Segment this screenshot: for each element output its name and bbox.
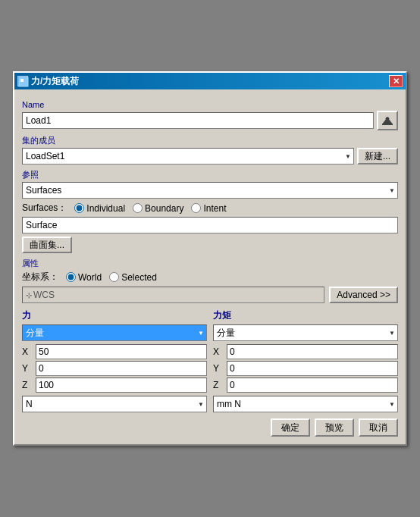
main-window: 力/力矩载荷 ✕ Name 集的成员 LoadSet1: [13, 71, 407, 446]
moment-y-label: Y: [213, 363, 227, 374]
svg-rect-1: [20, 79, 24, 82]
force-x-row: X: [22, 344, 207, 359]
ref-label: 参照: [22, 169, 398, 180]
moment-z-input[interactable]: [227, 378, 398, 393]
force-y-row: Y: [22, 361, 207, 376]
close-button[interactable]: ✕: [389, 75, 403, 87]
radio-boundary[interactable]: Boundary: [133, 203, 183, 214]
force-label: 力: [22, 309, 207, 322]
radio-world[interactable]: World: [66, 272, 102, 283]
ref-row: Surfaces: [22, 182, 398, 199]
wcs-value: WCS: [33, 290, 55, 300]
set-row: LoadSet1 新建...: [22, 148, 398, 164]
surface-radio-group: Surfaces： Individual Boundary Intent: [22, 202, 398, 215]
wcs-row: ⊹ WCS Advanced >>: [22, 287, 398, 303]
ref-type-dropdown[interactable]: Surfaces: [22, 182, 398, 199]
name-input[interactable]: [22, 112, 374, 129]
wcs-icon: ⊹: [26, 291, 32, 299]
surfaces-prefix: Surfaces：: [22, 202, 67, 215]
force-type-wrapper[interactable]: 分量: [22, 324, 207, 341]
window-icon: [17, 76, 28, 86]
force-x-input[interactable]: [36, 344, 207, 359]
force-moment-section: 力 分量 X Y Z: [22, 309, 398, 412]
moment-x-row: X: [213, 344, 398, 359]
name-row: [22, 111, 398, 130]
titlebar: 力/力矩载荷 ✕: [14, 73, 406, 89]
set-dropdown[interactable]: LoadSet1: [22, 148, 354, 164]
force-z-label: Z: [22, 380, 36, 390]
moment-label: 力矩: [213, 309, 398, 322]
force-y-input[interactable]: [36, 361, 207, 376]
advanced-button[interactable]: Advanced >>: [329, 287, 398, 303]
radio-intent[interactable]: Intent: [191, 203, 226, 214]
name-icon-button[interactable]: [377, 111, 398, 130]
moment-x-label: X: [213, 346, 227, 357]
moment-y-input[interactable]: [227, 361, 398, 376]
set-dropdown-wrapper[interactable]: LoadSet1: [22, 148, 354, 164]
new-button[interactable]: 新建...: [357, 148, 398, 164]
window-content: Name 集的成员 LoadSet1 新建... 参照: [14, 89, 406, 444]
force-unit-dropdown[interactable]: N: [22, 396, 207, 412]
moment-x-input[interactable]: [227, 344, 398, 359]
force-z-input[interactable]: [36, 378, 207, 393]
titlebar-left: 力/力矩载荷: [17, 75, 79, 88]
bottom-buttons: 确定 预览 取消: [22, 415, 398, 438]
surface-set-button[interactable]: 曲面集...: [22, 237, 72, 253]
wcs-display: ⊹ WCS: [22, 287, 324, 303]
force-unit-wrapper[interactable]: N: [22, 396, 207, 412]
surface-btn-row: 曲面集...: [22, 237, 398, 253]
force-y-label: Y: [22, 363, 36, 374]
force-column: 力 分量 X Y Z: [22, 309, 207, 412]
moment-z-row: Z: [213, 378, 398, 393]
moment-type-wrapper[interactable]: 分量: [213, 324, 398, 341]
force-z-row: Z: [22, 378, 207, 393]
svg-rect-2: [382, 124, 393, 125]
ref-type-wrapper[interactable]: Surfaces: [22, 182, 398, 199]
force-x-label: X: [22, 346, 36, 357]
window-title: 力/力矩载荷: [31, 75, 79, 88]
moment-type-dropdown[interactable]: 分量: [213, 324, 398, 341]
moment-z-label: Z: [213, 380, 227, 390]
coord-prefix: 坐标系：: [22, 271, 58, 284]
ok-button[interactable]: 确定: [271, 418, 310, 437]
set-label: 集的成员: [22, 135, 398, 146]
moment-unit-dropdown[interactable]: mm N: [213, 396, 398, 412]
preview-button[interactable]: 预览: [315, 418, 354, 437]
surface-text: Surface: [26, 220, 57, 230]
surface-display: Surface: [22, 217, 398, 233]
name-label: Name: [22, 100, 398, 109]
attr-label: 属性: [22, 258, 398, 269]
moment-unit-wrapper[interactable]: mm N: [213, 396, 398, 412]
moment-column: 力矩 分量 X Y Z: [213, 309, 398, 412]
force-type-dropdown[interactable]: 分量: [22, 324, 207, 341]
radio-selected[interactable]: Selected: [109, 272, 157, 283]
cancel-button[interactable]: 取消: [359, 418, 398, 437]
moment-y-row: Y: [213, 361, 398, 376]
radio-individual[interactable]: Individual: [74, 203, 125, 214]
coord-radio-group: 坐标系： World Selected: [22, 271, 398, 284]
